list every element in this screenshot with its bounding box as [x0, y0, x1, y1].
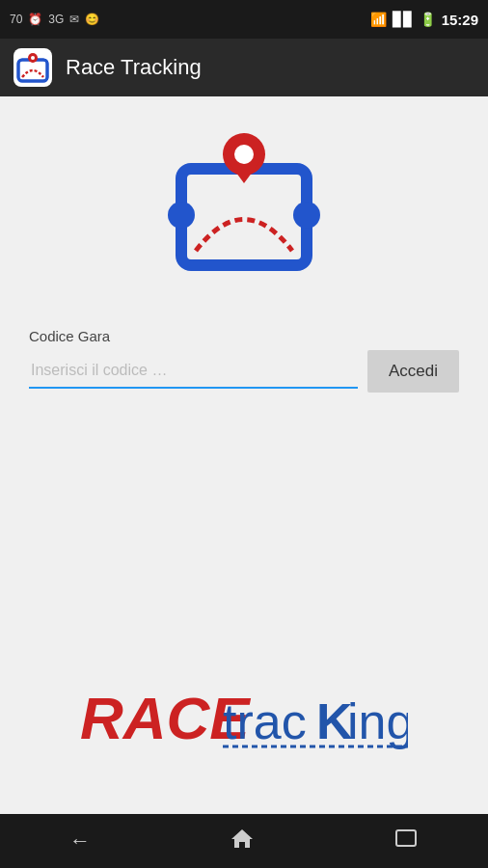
main-content: Codice Gara Accedi RACE trac K ing [0, 96, 488, 814]
app-icon [14, 48, 52, 87]
nav-bar: ← [0, 814, 488, 868]
form-section: Codice Gara Accedi [19, 328, 469, 393]
app-title: Race Tracking [66, 55, 202, 80]
battery-icon: 🔋 [420, 12, 436, 27]
brand-logo: RACE trac K ing [0, 679, 488, 756]
svg-point-3 [31, 56, 35, 60]
logo-container [157, 125, 331, 299]
field-row: Accedi [29, 350, 459, 393]
field-label: Codice Gara [29, 328, 459, 344]
app-bar: Race Tracking [0, 39, 488, 96]
clock: 15:29 [442, 12, 478, 28]
alarm-icon: ⏰ [28, 13, 42, 26]
accedi-button[interactable]: Accedi [367, 350, 459, 393]
signal-bars-icon: ▊▊ [393, 12, 414, 27]
svg-rect-0 [18, 60, 47, 81]
brand-ing-text: ing [347, 693, 408, 749]
svg-point-6 [293, 202, 320, 229]
home-button[interactable] [230, 826, 255, 856]
wifi-icon: 📶 [370, 12, 387, 27]
status-bar-right: 📶 ▊▊ 🔋 15:29 [370, 12, 478, 28]
back-button[interactable]: ← [69, 828, 91, 854]
brand-tracking-text: trac [223, 693, 307, 749]
svg-point-8 [234, 145, 254, 164]
battery-text-icon: 70 [10, 13, 22, 26]
email-icon: ✉ [69, 13, 79, 26]
status-bar: 70 ⏰ 3G ✉ 😊 📶 ▊▊ 🔋 15:29 [0, 0, 488, 39]
race-code-input[interactable] [29, 354, 358, 389]
status-bar-left: 70 ⏰ 3G ✉ 😊 [10, 13, 99, 26]
smiley-icon: 😊 [85, 13, 99, 26]
svg-point-5 [168, 202, 195, 229]
svg-rect-10 [396, 830, 416, 846]
signal-3g-icon: 3G [48, 13, 64, 26]
recents-button[interactable] [393, 826, 419, 856]
